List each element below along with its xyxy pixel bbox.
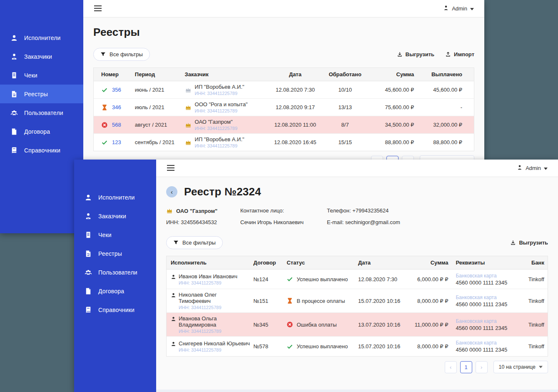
processed-cell: 13/13	[324, 102, 366, 113]
registry-number-link[interactable]: 356	[112, 87, 121, 93]
filter-icon	[173, 240, 179, 245]
client-inn: ИНН: 324556434532	[166, 219, 229, 225]
column-header: Номер	[94, 68, 133, 81]
paid-cell: 32,000.00 ₽	[416, 119, 474, 130]
period-cell: июль / 2021	[133, 102, 183, 113]
customer-icon	[10, 53, 18, 60]
page-size-select[interactable]: 10 на странице	[493, 361, 548, 373]
requisites-type: Банковская карта	[456, 273, 515, 279]
sidebar-item-directories[interactable]: Справочники	[74, 300, 156, 319]
registries-table: Номер Период Заказчик Дата Обработано Су…	[93, 67, 474, 151]
user-icon	[517, 165, 523, 172]
sidebar-item-directories[interactable]: Справочники	[0, 141, 83, 160]
prev-page-button[interactable]: ‹	[445, 361, 457, 373]
sidebar-item-label: Реестры	[98, 250, 122, 257]
column-header: Статус	[285, 256, 356, 269]
sum-cell: 11,000.00 ₽ ₽	[409, 319, 450, 330]
requisites-number: 4560 0000 1111 2345	[456, 347, 515, 353]
user-icon	[443, 5, 449, 12]
current-page-button[interactable]: 1	[460, 361, 472, 373]
contract-cell: №124	[252, 274, 285, 285]
executor-name: Иванов Иван Иванович	[179, 273, 237, 280]
chevron-down-icon	[539, 366, 543, 368]
crown-icon	[185, 139, 192, 146]
processed-cell: 10/10	[324, 84, 366, 95]
user-menu[interactable]: Admin	[517, 165, 548, 172]
sidebar-item-label: Пользователи	[98, 269, 137, 276]
executor-inn: ИНН: 334411225789	[179, 280, 237, 285]
contact-label: Контактное лицо:	[240, 207, 315, 214]
registry-number-link[interactable]: 346	[112, 104, 121, 110]
person-icon	[171, 341, 176, 347]
next-page-button[interactable]: ›	[476, 361, 488, 373]
table-row[interactable]: Николаев Олег ТимофеевичИНН: 33441122578…	[167, 289, 548, 313]
user-menu[interactable]: Admin	[443, 5, 474, 12]
sidebar-item-customers[interactable]: Заказчики	[74, 207, 156, 225]
success-icon	[101, 87, 108, 93]
sum-cell: 8,000.00 ₽ ₽	[409, 341, 450, 352]
users-icon	[85, 269, 92, 276]
sidebar-item-users[interactable]: Пользователи	[0, 103, 83, 122]
sidebar-item-customers[interactable]: Заказчики	[0, 47, 83, 66]
column-header: Заказчик	[183, 68, 267, 81]
back-button[interactable]: ‹	[166, 186, 177, 197]
success-icon	[101, 139, 108, 146]
customer-name: ОАО "Газпром"	[195, 119, 238, 125]
customer-inn: ИНН: 334411225789	[195, 126, 238, 131]
executor-inn: ИНН: 334411225789	[179, 347, 250, 352]
user-menu-label: Admin	[452, 5, 467, 12]
column-header: Реквизиты	[450, 256, 516, 269]
table-row[interactable]: 356 июнь / 2021 ИП "Воробьев А.И."ИНН: 3…	[94, 81, 474, 99]
requisites-type: Банковская карта	[456, 295, 515, 300]
sidebar-item-contracts[interactable]: Договора	[0, 122, 83, 141]
requisites-type: Банковская карта	[456, 340, 515, 346]
sidebar-item-contracts[interactable]: Договора	[74, 282, 156, 300]
export-button[interactable]: Выгрузить	[397, 51, 435, 57]
sidebar-item-receipts[interactable]: Чеки	[74, 225, 156, 244]
sidebar-item-receipts[interactable]: Чеки	[0, 66, 83, 85]
chevron-down-icon	[470, 5, 474, 12]
all-filters-button[interactable]: Все фильтры	[166, 236, 223, 249]
date-cell: 15.07.2020 10:16	[356, 295, 409, 307]
sidebar-item-label: Чеки	[24, 72, 37, 79]
executor-name: Николаев Олег Тимофеевич	[179, 292, 250, 304]
directory-icon	[10, 147, 18, 154]
sidebar-item-registries[interactable]: Реестры	[74, 244, 156, 263]
table-row[interactable]: 568 август / 2021 ОАО "Газпром"ИНН: 3344…	[94, 116, 474, 134]
column-header: Сумма	[366, 68, 416, 81]
registry-number-link[interactable]: 568	[112, 122, 121, 128]
table-row[interactable]: 346 июль / 2021 ООО "Рога и копыта"ИНН: …	[94, 99, 474, 116]
paid-cell: 88,800.00 ₽	[416, 137, 474, 148]
person-icon	[85, 194, 92, 201]
import-button[interactable]: Импорт	[445, 51, 474, 57]
menu-toggle-button[interactable]	[167, 165, 175, 172]
column-header: Банк	[516, 256, 548, 269]
sum-cell: 45,600.00 ₽	[366, 84, 416, 95]
table-row[interactable]: Иванов Иван ИвановичИНН: 334411225789 №1…	[167, 270, 548, 289]
table-row[interactable]: 123 сентябрь / 2021 ИП "Воробьев А.И."ИН…	[94, 134, 474, 151]
table-row[interactable]: Снигерев Николай ЮрьевичИНН: 33441122578…	[167, 337, 548, 356]
table-row[interactable]: Иванова Ольга ВладимировнаИНН: 334411225…	[167, 313, 548, 337]
sidebar-item-executors[interactable]: Исполнители	[74, 188, 156, 207]
registry-number-link[interactable]: 123	[112, 139, 121, 145]
sidebar-item-users[interactable]: Пользователи	[74, 263, 156, 282]
sidebar: Исполнители Заказчики Чеки Реестры Польз…	[0, 0, 83, 233]
all-filters-button[interactable]: Все фильтры	[93, 48, 150, 61]
person-icon	[171, 292, 176, 298]
menu-toggle-button[interactable]	[94, 5, 102, 12]
sidebar-item-registries[interactable]: Реестры	[0, 85, 83, 103]
download-icon	[510, 240, 516, 246]
bank-cell: Tinkoff	[516, 295, 548, 307]
sidebar-item-executors[interactable]: Исполнители	[0, 28, 83, 47]
sidebar: Исполнители Заказчики Чеки Реестры Польз…	[74, 160, 156, 392]
client-name: ОАО "Газпром"	[176, 208, 217, 214]
period-cell: июнь / 2021	[133, 84, 183, 95]
sidebar-item-label: Реестры	[24, 91, 48, 97]
date-cell: 12.08.2020 7:30	[356, 274, 409, 285]
contract-icon	[10, 128, 18, 135]
export-button[interactable]: Выгрузить	[510, 240, 548, 246]
user-menu-label: Admin	[526, 165, 541, 171]
executor-name: Снигерев Николай Юрьевич	[179, 340, 250, 347]
customer-name: ИП "Воробьев А.И."	[195, 136, 244, 142]
paid-cell: -	[416, 102, 474, 113]
